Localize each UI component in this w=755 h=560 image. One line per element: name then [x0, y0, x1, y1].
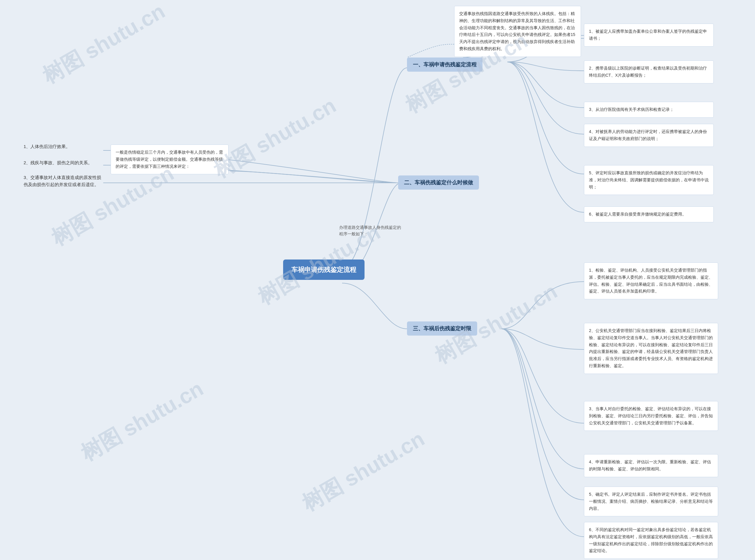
branch1-item-2: 2、携带县级以上医院的诊断证明，检查结果以及受伤初期和治疗终结后的CT、X片及诊…: [584, 60, 714, 83]
branch2-left-1: 1、人体伤后治疗效果。: [24, 143, 103, 150]
central-node: 车祸申请伤残鉴定流程: [283, 260, 364, 280]
branch2-left-2: 2、残疾与事故、损伤之间的关系。: [24, 159, 103, 166]
branch3-item-6: 6、不同的鉴定机构对同一鉴定对象出具多份鉴定结论，若各鉴定机构均具有法定鉴定资格…: [584, 522, 718, 559]
branch3-item-4: 4、申请重新检验、鉴定、评估以一次为限。重新检验、鉴定、评估的时限与检验、鉴定、…: [584, 454, 718, 477]
branch1-item-5: 5、评定时应以事故直接所致的损伤或确定的并发症治疗终结为准，对治疗尚未终结、因调…: [584, 165, 714, 195]
intro-content-box: 交通事故伤残指因道路交通事故受伤所致的人体残疾。包括：精神的、生理功能的和解剖结…: [454, 6, 581, 57]
branch1-item-1: 1、被鉴定人应携带加盖办案单位公章和办案人签字的伤残鉴定申请书；: [584, 24, 714, 46]
branch3-item-3: 3、当事人对自行委托的检验、鉴定、评估结论有异议的，可以在接到检验、鉴定、评估结…: [584, 401, 718, 431]
branch1-node: 一、车祸申请伤残鉴定流程: [407, 58, 482, 72]
branch2-left-3: 3、交通事故对人体直接造成的原发性损伤及由损伤引起的并发症或者后遗症。: [24, 174, 103, 188]
mindmap-container: 交通事故伤残指因道路交通事故受伤所致的人体残疾。包括：精神的、生理功能的和解剖结…: [0, 0, 755, 560]
branch1-item-4: 4、对被抚养人的劳动能力进行评定时，还应携带被鉴定人的身份证及户籍证明和有关政府…: [584, 124, 714, 147]
branch3-node: 三、车祸后伤残鉴定时限: [407, 321, 477, 336]
branch2-node: 二、车祸伤残鉴定什么时候做: [398, 176, 479, 189]
branch3-item-2: 2、公安机关交通管理部门应当在接到检验、鉴定结果后三日内将检验、鉴定结论复印件交…: [584, 323, 718, 374]
branch3-item-5: 5、确定书。评定人评定结束后，应制作评定书并签名。评定书包括一般情况、案情介绍、…: [584, 486, 718, 516]
branch3-item-1: 1、检验、鉴定、评估机构、人员接受公安机关交通管理部门的指派，委托被鉴定当事人委…: [584, 262, 718, 299]
branch2-content: 一般是伤情稳定后三个月内，交通事故中有人员受伤的，需要做伤残等级评定，以便制定赔…: [111, 144, 229, 174]
branch1-item-3: 3、从治疗医院借阅有关手术病历和检查记录；: [584, 102, 714, 118]
procedure-note: 办理道路交通事故人身伤残鉴定的程序一般如下：: [339, 224, 404, 237]
branch1-item-6: 6、被鉴定人需要亲自接受查并缴纳规定的鉴定费用。: [584, 206, 714, 222]
